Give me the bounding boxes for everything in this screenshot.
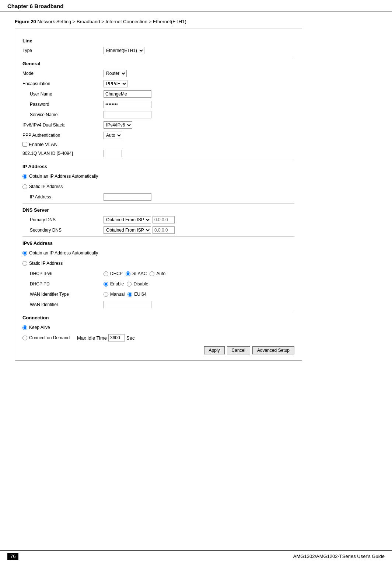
dhcp-pd-row: DHCP PD Enable Disable bbox=[22, 280, 294, 288]
service-name-control bbox=[104, 111, 151, 118]
dhcp-pd-control: Enable Disable bbox=[104, 281, 148, 287]
primary-dns-value[interactable] bbox=[153, 216, 175, 223]
password-row: Password bbox=[22, 100, 294, 108]
ip-address-label: IP Address bbox=[22, 194, 104, 200]
line-section-title: Line bbox=[22, 38, 294, 44]
figure-label: Figure 20 bbox=[15, 19, 36, 24]
auto-radio-label[interactable]: Auto bbox=[150, 271, 165, 276]
manual-radio[interactable] bbox=[104, 292, 108, 297]
max-idle-input[interactable] bbox=[108, 334, 125, 341]
static-ip-radio[interactable] bbox=[22, 184, 27, 189]
primary-dns-select[interactable]: Obtained From ISP bbox=[104, 216, 151, 223]
dhcp-radio[interactable] bbox=[104, 271, 108, 276]
cancel-button[interactable]: Cancel bbox=[227, 346, 250, 354]
wan-id-label: WAN Identifier bbox=[22, 302, 104, 307]
password-control bbox=[104, 101, 151, 108]
wan-id-type-control: Manual EUI64 bbox=[104, 292, 147, 297]
secondary-dns-row: Secondary DNS Obtained From ISP bbox=[22, 226, 294, 234]
connect-demand-radio[interactable] bbox=[22, 336, 27, 340]
enable-vlan-row: Enable VLAN bbox=[22, 142, 294, 147]
ipv6-obtain-auto-radio[interactable] bbox=[22, 251, 27, 256]
slaac-radio[interactable] bbox=[126, 271, 130, 276]
ipv6-address-title: IPv6 Address bbox=[22, 240, 294, 246]
advanced-setup-button[interactable]: Advanced Setup bbox=[252, 346, 294, 354]
disable-radio-label[interactable]: Disable bbox=[127, 281, 148, 287]
type-row: Type Ethernet(ETH1) bbox=[22, 46, 294, 55]
ipv6-address-section: IPv6 Address Obtain an IP Address Automa… bbox=[22, 240, 294, 309]
obtain-auto-row: Obtain an IP Address Automatically bbox=[22, 172, 294, 180]
primary-dns-row: Primary DNS Obtained From ISP bbox=[22, 216, 294, 224]
username-input[interactable] bbox=[104, 90, 151, 98]
ipv6-static-radio[interactable] bbox=[22, 261, 27, 266]
ipv6ipv4-control: IPv4/IPv6 IPv4 IPv6 bbox=[104, 121, 132, 129]
enable-vlan-label: Enable VLAN bbox=[29, 142, 57, 147]
vlan-id-input[interactable] bbox=[104, 150, 122, 157]
general-section-title: General bbox=[22, 61, 294, 66]
dhcp-ipv6-label: DHCP IPv6 bbox=[22, 271, 104, 276]
ipv6ipv4-row: IPv6/IPv4 Dual Stack: IPv4/IPv6 IPv4 IPv… bbox=[22, 121, 294, 129]
auto-radio[interactable] bbox=[150, 271, 154, 276]
ppp-auth-label: PPP Authentication bbox=[22, 133, 104, 138]
chapter-title: Chapter 6 Broadband bbox=[7, 3, 64, 9]
keep-alive-radio[interactable] bbox=[22, 325, 27, 330]
static-ip-row: Static IP Address bbox=[22, 183, 294, 191]
mode-select[interactable]: Router bbox=[104, 70, 127, 77]
disable-radio[interactable] bbox=[127, 282, 132, 287]
primary-dns-control: Obtained From ISP bbox=[104, 216, 175, 223]
password-label: Password bbox=[22, 102, 104, 107]
wan-id-control bbox=[104, 301, 151, 308]
obtain-auto-label[interactable]: Obtain an IP Address Automatically bbox=[22, 174, 98, 179]
dhcp-radio-label[interactable]: DHCP bbox=[104, 271, 123, 276]
manual-radio-label[interactable]: Manual bbox=[104, 292, 125, 297]
password-input[interactable] bbox=[104, 101, 151, 108]
enable-radio-label[interactable]: Enable bbox=[104, 281, 124, 287]
keep-alive-label[interactable]: Keep Alive bbox=[22, 325, 50, 330]
mode-control: Router bbox=[104, 70, 127, 77]
vlan-id-control bbox=[104, 150, 122, 157]
dhcp-ipv6-control: DHCP SLAAC Auto bbox=[104, 271, 165, 276]
ip-address-row: IP Address bbox=[22, 193, 294, 201]
ipv6ipv4-label: IPv6/IPv4 Dual Stack: bbox=[22, 122, 104, 128]
wan-id-type-label: WAN Identifier Type bbox=[22, 292, 104, 297]
eui64-radio-label[interactable]: EUI64 bbox=[127, 292, 146, 297]
encapsulation-control: PPPoE bbox=[104, 80, 127, 87]
apply-button[interactable]: Apply bbox=[204, 346, 225, 354]
type-select[interactable]: Ethernet(ETH1) bbox=[104, 47, 144, 54]
enable-radio[interactable] bbox=[104, 282, 108, 287]
ipv6ipv4-select[interactable]: IPv4/IPv6 IPv4 IPv6 bbox=[104, 121, 132, 129]
connection-section: Connection Keep Alive Connect on Demand … bbox=[22, 315, 294, 342]
service-name-input[interactable] bbox=[104, 111, 151, 118]
eui64-radio[interactable] bbox=[127, 292, 132, 297]
vlan-id-row: 802.1Q VLAN ID [5-4094] bbox=[22, 149, 294, 157]
ppp-auth-control: Auto bbox=[104, 132, 122, 139]
encapsulation-label: Encapsulation bbox=[22, 81, 104, 86]
ipv6-obtain-auto-label[interactable]: Obtain an IP Address Automatically bbox=[22, 250, 98, 256]
sec-label: Sec bbox=[126, 335, 134, 341]
username-control bbox=[104, 90, 151, 98]
ipv6-static-label[interactable]: Static IP Address bbox=[22, 261, 63, 266]
enable-vlan-checkbox[interactable] bbox=[22, 142, 27, 147]
encapsulation-row: Encapsulation PPPoE bbox=[22, 80, 294, 88]
slaac-radio-label[interactable]: SLAAC bbox=[126, 271, 147, 276]
service-name-label: Service Name bbox=[22, 112, 104, 117]
obtain-auto-radio[interactable] bbox=[22, 174, 27, 179]
secondary-dns-value[interactable] bbox=[153, 226, 175, 234]
page-number: 76 bbox=[7, 553, 18, 560]
encapsulation-select[interactable]: PPPoE bbox=[104, 80, 127, 87]
figure-caption-text: Network Setting > Broadband > Internet C… bbox=[36, 19, 186, 24]
ip-address-section: IP Address Obtain an IP Address Automati… bbox=[22, 164, 294, 201]
ip-address-control bbox=[104, 193, 151, 201]
type-label: Type bbox=[22, 48, 104, 53]
form-panel: Line Type Ethernet(ETH1) General Mode Ro… bbox=[15, 28, 302, 361]
username-row: User Name bbox=[22, 90, 294, 98]
ip-address-input[interactable] bbox=[104, 193, 151, 201]
connect-demand-row: Connect on Demand Max Idle Time Sec bbox=[22, 334, 294, 342]
static-ip-label[interactable]: Static IP Address bbox=[22, 184, 63, 189]
wan-id-row: WAN Identifier bbox=[22, 301, 294, 309]
page-header: Chapter 6 Broadband bbox=[0, 0, 392, 11]
ppp-auth-select[interactable]: Auto bbox=[104, 132, 122, 139]
connect-demand-label[interactable]: Connect on Demand bbox=[22, 335, 70, 340]
secondary-dns-select[interactable]: Obtained From ISP bbox=[104, 226, 151, 234]
wan-id-input[interactable] bbox=[104, 301, 151, 308]
ip-address-title: IP Address bbox=[22, 164, 294, 169]
